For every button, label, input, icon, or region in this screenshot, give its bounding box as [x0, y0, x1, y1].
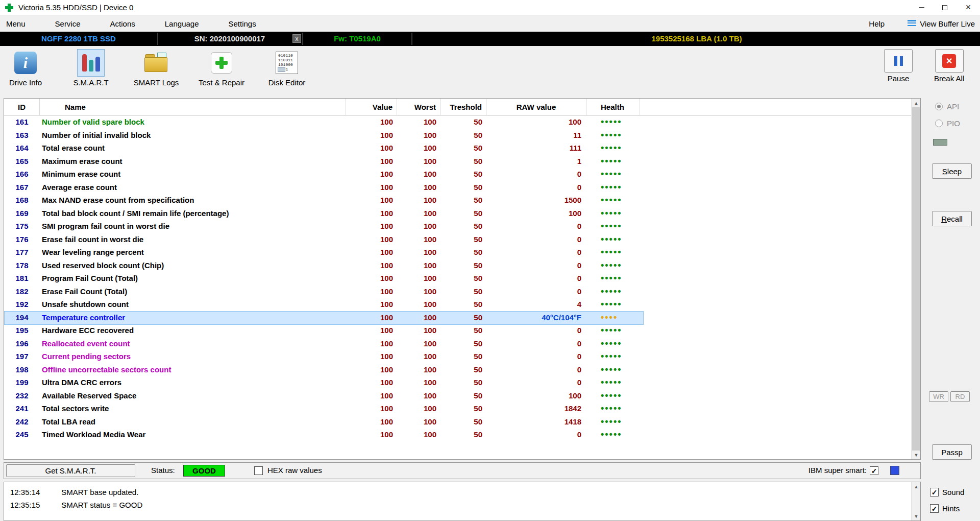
menu-item-menu[interactable]: Menu [6, 19, 26, 28]
table-row[interactable]: 199 Ultra DMA CRC errors 100 100 50 0 ••… [4, 376, 920, 389]
smart-logs-button[interactable]: SMART Logs [135, 49, 178, 87]
table-row[interactable]: 181 Program Fail Count (Total) 100 100 5… [4, 272, 920, 285]
log-scrollbar[interactable]: ▲ ▼ [911, 482, 920, 520]
pause-button[interactable]: Pause [884, 49, 913, 83]
menu-item-help[interactable]: Help [869, 19, 885, 28]
device-info-bar: NGFF 2280 1TB SSD SN: 2020100900017 x Fw… [0, 32, 980, 46]
header-value[interactable]: Value [346, 99, 397, 115]
maximize-button[interactable] [933, 0, 957, 15]
ibm-super-smart-checkbox[interactable]: ✓ [870, 466, 878, 475]
attr-worst: 100 [397, 350, 440, 363]
passp-button[interactable]: Passp [932, 444, 972, 460]
test-repair-button[interactable]: Test & Repair [200, 49, 243, 87]
attr-value: 100 [346, 246, 397, 259]
table-row[interactable]: 169 Total bad block count / SMI remain l… [4, 207, 920, 220]
table-row[interactable]: 164 Total erase count 100 100 50 111 •••… [4, 141, 920, 155]
table-scrollbar[interactable]: ▲ ▼ [911, 99, 920, 459]
hints-checkbox[interactable]: ✓ [930, 504, 939, 513]
header-id[interactable]: ID [4, 99, 40, 115]
disk-editor-button[interactable]: 010110 110011 101000 0001 Disk Editor [265, 49, 308, 87]
table-row[interactable]: 177 Wear leveling range percent 100 100 … [4, 246, 920, 259]
scroll-down-icon[interactable]: ▼ [912, 512, 921, 520]
scroll-up-icon[interactable]: ▲ [912, 482, 921, 491]
api-radio[interactable] [935, 103, 943, 110]
view-buffer-live-button[interactable]: View Buffer Live [908, 19, 975, 28]
attr-raw-value: 100 [486, 115, 586, 129]
table-row[interactable]: 182 Erase Fail Count (Total) 100 100 50 … [4, 285, 920, 298]
minimize-button[interactable] [910, 0, 933, 15]
close-button[interactable]: × [957, 0, 980, 15]
sound-checkbox[interactable]: ✓ [930, 488, 939, 496]
table-row[interactable]: 197 Current pending sectors 100 100 50 0… [4, 350, 920, 363]
attr-raw-value: 40°C/104°F [486, 311, 586, 324]
menu-item-language[interactable]: Language [165, 19, 199, 28]
serial-close-button[interactable]: x [292, 34, 301, 43]
table-row[interactable]: 168 Max NAND erase count from specificat… [4, 194, 920, 207]
smart-button[interactable]: S.M.A.R.T [69, 49, 112, 87]
menu-item-actions[interactable]: Actions [110, 19, 135, 28]
get-smart-button[interactable]: Get S.M.A.R.T. [6, 464, 135, 477]
table-row[interactable]: 232 Available Reserved Space 100 100 50 … [4, 389, 920, 402]
attr-worst: 100 [397, 363, 440, 376]
pause-icon [894, 56, 903, 66]
attr-treshold: 50 [440, 220, 486, 233]
rd-button[interactable]: RD [950, 391, 970, 402]
break-all-button[interactable]: ✕ Break All [934, 49, 964, 83]
health-dots-icon: ••••• [586, 389, 640, 402]
recall-button[interactable]: Recall [932, 211, 972, 226]
menu-item-settings[interactable]: Settings [229, 19, 256, 28]
menu-item-service[interactable]: Service [55, 19, 81, 28]
table-row[interactable]: 192 Unsafe shutdown count 100 100 50 4 •… [4, 298, 920, 311]
table-row[interactable]: 178 Used reserved block count (Chip) 100… [4, 259, 920, 272]
pio-radio[interactable] [935, 120, 943, 127]
device-serial: SN: 2020100900017 [157, 32, 302, 46]
table-row[interactable]: 161 Number of valid spare block 100 100 … [4, 115, 920, 129]
minimize-icon [919, 7, 924, 8]
header-health[interactable]: Health [586, 99, 640, 115]
attr-treshold: 50 [440, 285, 486, 298]
view-buffer-live-label: View Buffer Live [920, 19, 975, 28]
table-row[interactable]: 163 Number of initial invalid block 100 … [4, 129, 920, 142]
attr-treshold: 50 [440, 363, 486, 376]
table-row[interactable]: 176 Erase fail count in worst die 100 10… [4, 233, 920, 246]
header-name[interactable]: Name [40, 99, 346, 115]
pio-radio-label: PIO [947, 119, 960, 128]
table-row[interactable]: 166 Minimum erase count 100 100 50 0 •••… [4, 168, 920, 181]
window-title: Victoria 5.35 HDD/SSD | Device 0 [18, 3, 133, 12]
table-row[interactable]: 194 Temperature controller 100 100 50 40… [4, 311, 920, 324]
header-worst[interactable]: Worst [397, 99, 440, 115]
sleep-button[interactable]: Sleep [932, 163, 972, 179]
table-row[interactable]: 241 Total sectors write 100 100 50 1842 … [4, 402, 920, 415]
table-row[interactable]: 195 Hardware ECC recovered 100 100 50 0 … [4, 324, 920, 337]
wr-button[interactable]: WR [929, 391, 948, 402]
attr-worst: 100 [397, 376, 440, 389]
health-dots-icon: •••• [586, 311, 640, 324]
attr-worst: 100 [397, 389, 440, 402]
status-label: Status: [151, 466, 175, 475]
table-row[interactable]: 167 Average erase count 100 100 50 0 •••… [4, 181, 920, 194]
hex-raw-checkbox[interactable] [254, 466, 263, 475]
attr-value: 100 [346, 155, 397, 168]
activity-indicator [933, 139, 947, 146]
table-row[interactable]: 242 Total LBA read 100 100 50 1418 ••••• [4, 415, 920, 429]
header-treshold[interactable]: Treshold [440, 99, 486, 115]
table-row[interactable]: 196 Reallocated event count 100 100 50 0… [4, 337, 920, 350]
blue-indicator-checkbox[interactable] [890, 466, 899, 475]
attr-worst: 100 [397, 298, 440, 311]
attr-treshold: 50 [440, 168, 486, 181]
attr-name: Erase Fail Count (Total) [40, 285, 346, 298]
table-row[interactable]: 175 SMI program fail count in worst die … [4, 220, 920, 233]
right-side-panel: API PIO Sleep Recall WR RD Passp [924, 96, 980, 482]
attr-name: Erase fail count in worst die [40, 233, 346, 246]
table-row[interactable]: 245 Timed Workload Media Wear 100 100 50… [4, 428, 920, 441]
drive-info-button[interactable]: i Drive Info [4, 49, 47, 87]
attr-name: Available Reserved Space [40, 389, 346, 402]
attr-treshold: 50 [440, 428, 486, 441]
scroll-down-icon[interactable]: ▼ [912, 451, 921, 459]
scroll-thumb[interactable] [912, 107, 920, 451]
header-raw-value[interactable]: RAW value [486, 99, 586, 115]
table-row[interactable]: 165 Maximum erase count 100 100 50 1 •••… [4, 155, 920, 168]
scroll-up-icon[interactable]: ▲ [912, 99, 921, 107]
health-dots-icon: ••••• [586, 363, 640, 376]
table-row[interactable]: 198 Offline uncorrectable sectors count … [4, 363, 920, 376]
